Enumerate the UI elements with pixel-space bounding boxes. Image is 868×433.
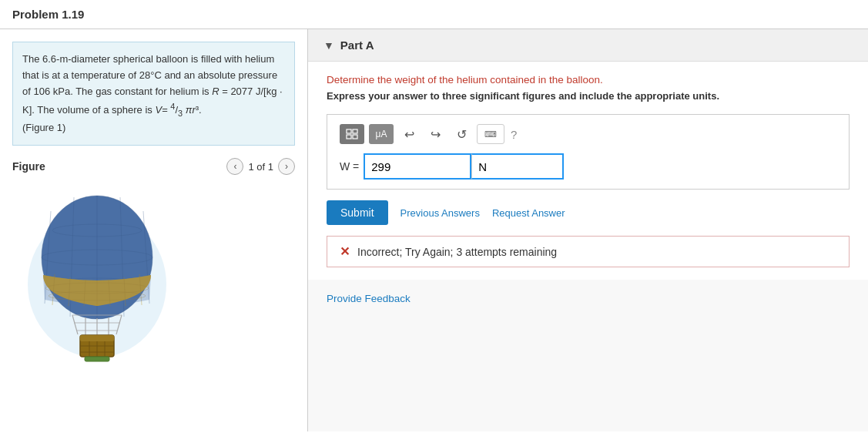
right-panel: ▼ Part A Determine the weight of the hel… <box>308 29 868 431</box>
unit-input[interactable] <box>471 153 564 180</box>
keyboard-button[interactable]: ⌨ <box>477 124 504 144</box>
error-icon: ✕ <box>340 244 350 259</box>
provide-feedback-button[interactable]: Provide Feedback <box>327 293 411 304</box>
left-panel: The 6.6-m-diameter spherical balloon is … <box>0 29 308 431</box>
redo-button[interactable]: ↪ <box>424 124 446 144</box>
keyboard-icon: ⌨ <box>484 129 497 139</box>
request-answer-link[interactable]: Request Answer <box>492 207 565 219</box>
matrix-button[interactable] <box>340 124 364 144</box>
figure-page-indicator: 1 of 1 <box>248 161 273 173</box>
problem-description: The 6.6-m-diameter spherical balloon is … <box>12 42 295 146</box>
svg-rect-37 <box>353 129 357 133</box>
input-label: W = <box>340 160 359 173</box>
instruction-text: Determine the weight of the helium conta… <box>327 74 850 86</box>
mu-label: μΑ <box>376 129 387 139</box>
svg-rect-29 <box>80 335 114 341</box>
svg-rect-36 <box>347 129 351 133</box>
bold-instruction: Express your answer to three significant… <box>327 90 850 102</box>
actions-row: Submit Previous Answers Request Answer <box>327 200 850 225</box>
desc-text: The 6.6-m-diameter spherical balloon is … <box>22 53 283 133</box>
answer-input[interactable] <box>364 153 471 180</box>
part-a-header[interactable]: ▼ Part A <box>308 29 868 62</box>
error-box: ✕ Incorrect; Try Again; 3 attempts remai… <box>327 236 850 267</box>
collapse-arrow-icon: ▼ <box>323 39 334 52</box>
figure-section: Figure ‹ 1 of 1 › <box>0 158 307 369</box>
answer-toolbar: μΑ ↩ ↪ ↺ ⌨ ? <box>340 124 836 144</box>
figure-navigation: ‹ 1 of 1 › <box>226 158 295 175</box>
previous-answers-link[interactable]: Previous Answers <box>400 207 480 219</box>
error-message: Incorrect; Try Again; 3 attempts remaini… <box>357 246 557 258</box>
prev-figure-button[interactable]: ‹ <box>226 158 243 175</box>
mu-button[interactable]: μΑ <box>369 124 394 144</box>
svg-rect-38 <box>347 135 351 139</box>
part-a-content: Determine the weight of the helium conta… <box>308 62 868 280</box>
answer-box: μΑ ↩ ↪ ↺ ⌨ ? W = <box>327 114 850 190</box>
balloon-image <box>12 184 182 369</box>
part-a-title: Part A <box>340 39 374 52</box>
page-title: Problem 1.19 <box>0 0 868 29</box>
help-button[interactable]: ? <box>511 128 517 141</box>
input-row: W = <box>340 153 836 180</box>
figure-label: Figure <box>12 160 226 173</box>
svg-rect-39 <box>353 135 357 139</box>
next-figure-button[interactable]: › <box>278 158 295 175</box>
submit-button[interactable]: Submit <box>327 200 388 225</box>
feedback-section: Provide Feedback <box>308 280 868 317</box>
svg-rect-35 <box>85 357 109 361</box>
refresh-button[interactable]: ↺ <box>451 124 472 144</box>
undo-button[interactable]: ↩ <box>398 124 420 144</box>
